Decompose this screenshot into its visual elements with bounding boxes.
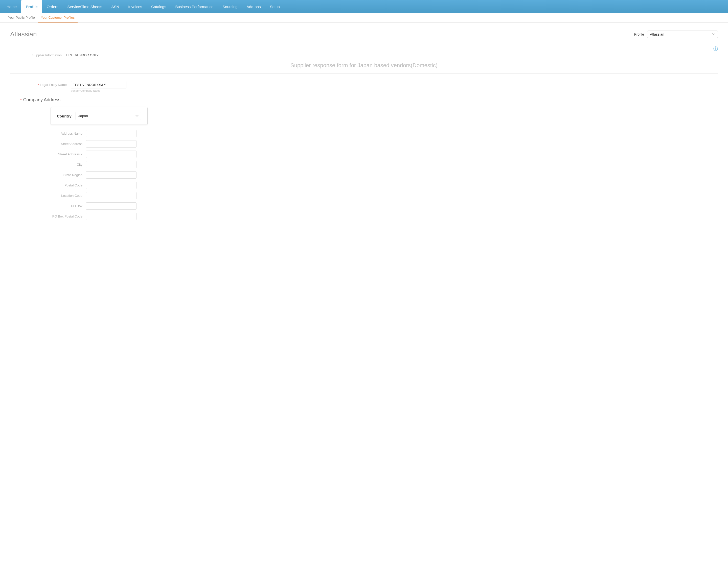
supplier-info-row: Supplier Information TEST VENDOR ONLY <box>10 53 718 57</box>
po-box-postal-code-input[interactable] <box>86 213 136 220</box>
address-name-label: Address Name <box>35 132 86 135</box>
street-address-2-input[interactable] <box>86 150 136 158</box>
country-card: Country Japan <box>51 107 148 125</box>
subnav-customer-profiles[interactable]: Your Customer Profiles <box>38 13 78 23</box>
profile-dropdown[interactable]: Atlassian <box>647 31 718 38</box>
section-required-asterisk: * <box>20 98 22 102</box>
po-box-postal-code-label: PO Box Postal Code <box>35 215 86 218</box>
nav-business-performance[interactable]: Business Performance <box>171 0 218 13</box>
city-label: City <box>35 163 86 166</box>
nav-sourcing[interactable]: Sourcing <box>218 0 242 13</box>
nav-catalogs[interactable]: Catalogs <box>147 0 171 13</box>
supplier-info-label: Supplier Information <box>25 53 66 57</box>
postal-code-input[interactable] <box>86 182 136 189</box>
page-title: Atlassian <box>10 30 37 38</box>
subnav-public-profile[interactable]: Your Public Profile <box>5 13 38 23</box>
legal-entity-name-field-wrapper: Vendor Company Name <box>71 81 126 92</box>
state-region-row: State Region <box>35 171 708 178</box>
address-name-row: Address Name <box>35 130 708 137</box>
country-label: Country <box>57 114 72 118</box>
page-header: Atlassian Profile Atlassian <box>10 30 718 38</box>
nav-invoices[interactable]: Invoices <box>124 0 147 13</box>
info-row: ⓘ <box>10 46 718 52</box>
profile-selector-label: Profile <box>634 32 644 36</box>
city-row: City <box>35 161 708 168</box>
street-address-2-label: Street Address 2 <box>35 152 86 156</box>
street-address-row: Street Address <box>35 140 708 147</box>
street-address-label: Street Address <box>35 142 86 146</box>
state-region-label: State Region <box>35 173 86 177</box>
profile-selector: Profile Atlassian <box>634 31 718 38</box>
street-address-input[interactable] <box>86 140 136 147</box>
po-box-input[interactable] <box>86 202 136 210</box>
top-navigation: Home Profile Orders Service/Time Sheets … <box>0 0 728 13</box>
address-name-input[interactable] <box>86 130 136 137</box>
nav-asn[interactable]: ASN <box>107 0 124 13</box>
supplier-info-value: TEST VENDOR ONLY <box>66 53 99 57</box>
po-box-label: PO Box <box>35 204 86 208</box>
legal-entity-name-hint: Vendor Company Name <box>71 89 126 92</box>
company-address-title: Company Address <box>23 97 60 103</box>
legal-entity-name-label: Legal Entity Name <box>20 81 71 87</box>
nav-orders[interactable]: Orders <box>42 0 63 13</box>
nav-home[interactable]: Home <box>2 0 21 13</box>
info-icon[interactable]: ⓘ <box>713 46 718 52</box>
nav-profile[interactable]: Profile <box>21 0 42 13</box>
location-code-label: Location Code <box>35 194 86 197</box>
city-input[interactable] <box>86 161 136 168</box>
state-region-input[interactable] <box>86 171 136 178</box>
form-title: Supplier response form for Japan based v… <box>10 62 718 74</box>
country-select[interactable]: Japan <box>76 112 141 120</box>
legal-entity-name-input[interactable] <box>71 81 126 88</box>
po-box-postal-code-row: PO Box Postal Code <box>35 213 708 220</box>
sub-navigation: Your Public Profile Your Customer Profil… <box>0 13 728 23</box>
company-address-section-header: * Company Address <box>20 97 708 103</box>
location-code-input[interactable] <box>86 192 136 199</box>
nav-setup[interactable]: Setup <box>265 0 284 13</box>
form-section: Legal Entity Name Vendor Company Name * … <box>10 81 718 220</box>
location-code-row: Location Code <box>35 192 708 199</box>
page-content: Atlassian Profile Atlassian ⓘ Supplier I… <box>0 23 728 577</box>
address-fields: Address Name Street Address Street Addre… <box>35 130 708 220</box>
nav-service-time-sheets[interactable]: Service/Time Sheets <box>63 0 107 13</box>
nav-addons[interactable]: Add-ons <box>242 0 265 13</box>
postal-code-label: Postal Code <box>35 184 86 187</box>
po-box-row: PO Box <box>35 202 708 210</box>
postal-code-row: Postal Code <box>35 182 708 189</box>
street-address-2-row: Street Address 2 <box>35 150 708 158</box>
legal-entity-name-row: Legal Entity Name Vendor Company Name <box>20 81 708 92</box>
